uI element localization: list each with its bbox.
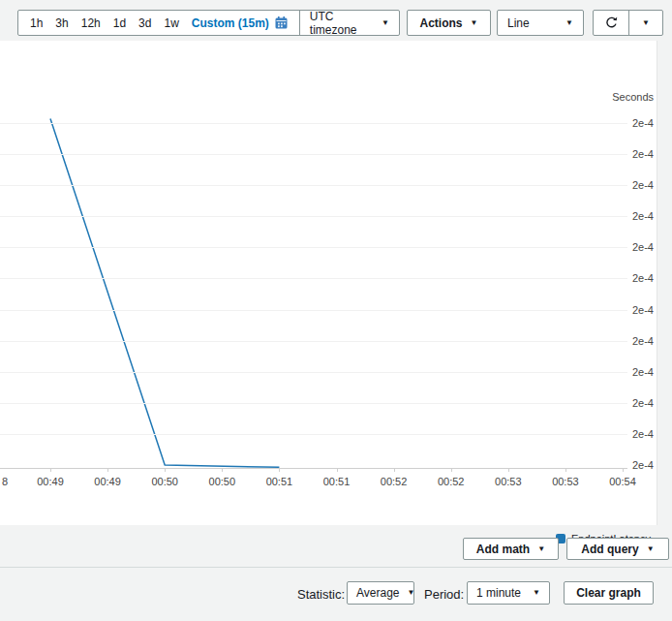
plot-area <box>0 41 657 525</box>
x-axis-tick-mark <box>508 469 509 472</box>
chevron-down-icon: ▼ <box>565 19 573 27</box>
y-axis-tick-label: 2e-4 <box>615 397 654 409</box>
chevron-down-icon: ▼ <box>533 589 540 597</box>
time-range-button[interactable]: 1w <box>164 16 178 30</box>
x-axis-tick-label: 00:52 <box>438 476 465 487</box>
y-axis-tick-label: 2e-4 <box>615 117 654 129</box>
actions-label: Actions <box>420 16 463 30</box>
custom-range-label: Custom (15m) <box>192 16 269 30</box>
x-axis-tick-mark <box>50 469 51 472</box>
x-axis-tick-label: 00:53 <box>495 476 522 487</box>
y-axis-tick-label: 2e-4 <box>615 366 654 378</box>
x-axis-tick-mark <box>165 469 166 472</box>
gridline <box>0 185 627 186</box>
period-dropdown[interactable]: 1 minute ▼ <box>467 581 550 605</box>
x-axis-tick-label: 00:54 <box>609 476 636 487</box>
time-range-button[interactable]: 12h <box>81 16 101 30</box>
gridline <box>0 341 627 342</box>
x-axis-tick-label: 00:52 <box>381 476 408 487</box>
time-range-button[interactable]: 3h <box>55 16 68 30</box>
time-range-button[interactable]: 1h <box>30 16 43 30</box>
chart-panel: Seconds EndpointLatency 2e-42e-42e-42e-4… <box>0 41 657 525</box>
period-label: Period: <box>424 587 464 602</box>
chevron-down-icon: ▼ <box>647 545 655 553</box>
x-axis-tick-mark <box>279 469 280 472</box>
x-axis-tick-mark <box>565 469 566 472</box>
y-axis-tick-label: 2e-4 <box>615 210 654 222</box>
y-axis-tick-label: 2e-4 <box>615 459 654 471</box>
chevron-down-icon: ▼ <box>471 19 478 27</box>
x-axis-tick-label: 00:51 <box>323 476 351 487</box>
add-query-label: Add query <box>581 543 638 556</box>
gridline <box>0 278 627 279</box>
time-range-button[interactable]: 3d <box>138 16 151 30</box>
chevron-down-icon: ▼ <box>407 589 414 597</box>
chevron-down-icon: ▼ <box>382 19 389 27</box>
x-axis-tick-mark <box>451 469 452 472</box>
gridline <box>0 310 627 311</box>
gridline <box>0 434 627 435</box>
gridline <box>0 403 627 404</box>
x-axis-tick-label: 00:49 <box>94 476 121 487</box>
graph-type-value: Line <box>507 16 530 30</box>
clear-graph-button[interactable]: Clear graph <box>564 581 654 605</box>
add-math-label: Add math <box>476 543 530 556</box>
custom-range-button[interactable]: Custom (15m) <box>192 16 288 30</box>
refresh-button-group: ▼ <box>593 10 663 36</box>
add-math-button[interactable]: Add math ▼ <box>463 538 559 560</box>
y-axis-tick-label: 2e-4 <box>615 428 654 440</box>
graph-type-dropdown[interactable]: Line ▼ <box>497 10 584 36</box>
time-range-button[interactable]: 1d <box>113 16 126 30</box>
gridline <box>0 123 627 124</box>
x-axis-tick-label: 00:51 <box>266 476 293 487</box>
clear-graph-label: Clear graph <box>576 586 641 600</box>
add-query-button[interactable]: Add query ▼ <box>566 538 669 560</box>
y-axis-tick-label: 2e-4 <box>615 179 654 191</box>
footer-divider <box>0 567 672 568</box>
x-axis-tick-mark <box>222 469 223 472</box>
x-axis-tick-label: 00:49 <box>37 476 64 487</box>
cloudwatch-metrics-graph: 1h3h12h1d3d1w Custom (15m) UTC timezone <box>0 0 672 621</box>
x-axis-tick-label: 00:50 <box>151 476 178 487</box>
chevron-down-icon: ▼ <box>537 545 545 553</box>
statistic-dropdown[interactable]: Average ▼ <box>347 581 414 605</box>
refresh-button[interactable] <box>594 11 629 35</box>
calendar-icon[interactable] <box>275 16 288 29</box>
gridline <box>0 372 627 373</box>
refresh-options-button[interactable]: ▼ <box>629 11 662 35</box>
timezone-dropdown[interactable]: UTC timezone ▼ <box>300 11 399 35</box>
statistic-label: Statistic: <box>297 587 345 602</box>
actions-button[interactable]: Actions ▼ <box>407 10 491 36</box>
statistic-value: Average <box>356 586 399 600</box>
time-range-items: 1h3h12h1d3d1w Custom (15m) <box>18 11 299 35</box>
x-axis-tick-mark <box>394 469 395 472</box>
x-axis-tick-mark <box>107 469 108 472</box>
x-axis-tick-label: 8 <box>2 476 8 487</box>
period-value: 1 minute <box>476 586 521 600</box>
y-axis-tick-label: 2e-4 <box>615 241 654 253</box>
x-axis-line <box>0 468 627 469</box>
x-axis-tick-label: 00:53 <box>552 476 579 487</box>
series-line <box>50 118 279 467</box>
x-axis-tick-mark <box>337 469 338 472</box>
y-axis-tick-label: 2e-4 <box>615 304 654 316</box>
y-axis-tick-label: 2e-4 <box>615 148 654 160</box>
gridline <box>0 216 627 217</box>
timezone-label: UTC timezone <box>310 10 382 37</box>
y-axis-tick-label: 2e-4 <box>615 272 654 284</box>
x-axis-tick-mark <box>623 469 624 472</box>
gridline <box>0 154 627 155</box>
gridline <box>0 247 627 248</box>
refresh-icon <box>604 16 619 30</box>
time-range-group: 1h3h12h1d3d1w Custom (15m) UTC timezone <box>17 10 400 36</box>
y-axis-tick-label: 2e-4 <box>615 335 654 347</box>
chevron-down-icon: ▼ <box>642 19 650 27</box>
x-axis-tick-label: 00:50 <box>209 476 236 487</box>
